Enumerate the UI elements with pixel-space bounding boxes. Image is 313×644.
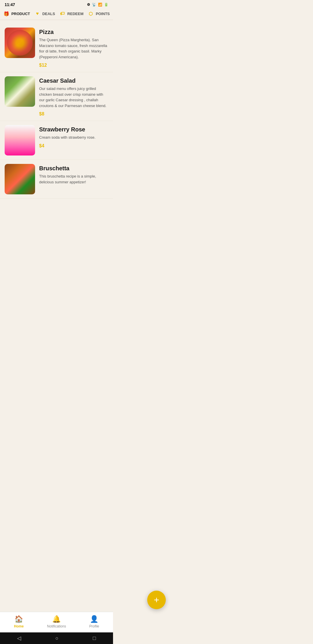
strawberry-rose-price: $4 bbox=[39, 143, 108, 149]
points-icon: ⬡ bbox=[88, 10, 94, 17]
tag-icon: 🏷 bbox=[59, 10, 65, 17]
caesar-salad-name: Caesar Salad bbox=[39, 77, 108, 84]
pizza-name: Pizza bbox=[39, 29, 108, 35]
caesar-salad-image bbox=[5, 76, 35, 107]
strawberry-rose-desc: Cream soda with strawberry rose. bbox=[39, 135, 108, 140]
pizza-desc: The Queen (Pizza Margherita). San Marzan… bbox=[39, 37, 108, 60]
nav-item-points[interactable]: ⬡ POINTS bbox=[88, 10, 110, 17]
menu-item-caesar-salad[interactable]: Caesar Salad Our salad menu offers juicy… bbox=[0, 72, 113, 121]
nav-label-points: POINTS bbox=[96, 12, 110, 16]
status-icons: ⚙ 📡 📶 🔋 bbox=[87, 3, 108, 7]
wifi-icon: 📶 bbox=[98, 3, 102, 7]
strawberry-rose-info: Strawberry Rose Cream soda with strawber… bbox=[39, 125, 108, 149]
menu-list: Pizza The Queen (Pizza Margherita). San … bbox=[0, 20, 113, 202]
pizza-info: Pizza The Queen (Pizza Margherita). San … bbox=[39, 28, 108, 68]
bruschetta-info: Bruschetta This bruschetta recipe is a s… bbox=[39, 164, 108, 188]
heart-icon: ♥ bbox=[34, 10, 41, 17]
pizza-image bbox=[5, 28, 35, 58]
nav-label-product: PRODUCT bbox=[11, 12, 30, 16]
caesar-salad-info: Caesar Salad Our salad menu offers juicy… bbox=[39, 76, 108, 117]
top-nav: 🎁 PRODUCT ♥ DEALS 🏷 REDEEM ⬡ POINTS bbox=[0, 8, 113, 20]
nav-label-deals: DEALS bbox=[42, 12, 55, 16]
strawberry-rose-name: Strawberry Rose bbox=[39, 126, 108, 133]
menu-item-pizza[interactable]: Pizza The Queen (Pizza Margherita). San … bbox=[0, 23, 113, 72]
strawberry-rose-image bbox=[5, 125, 35, 155]
caesar-salad-price: $8 bbox=[39, 111, 108, 117]
bruschetta-name: Bruschetta bbox=[39, 165, 108, 172]
status-time: 11:47 bbox=[5, 2, 15, 7]
bruschetta-desc: This bruschetta recipe is a simple, deli… bbox=[39, 173, 108, 185]
nav-item-deals[interactable]: ♥ DEALS bbox=[34, 10, 55, 17]
settings-icon: ⚙ bbox=[87, 3, 90, 7]
caesar-salad-desc: Our salad menu offers juicy grilled chic… bbox=[39, 86, 108, 108]
battery-icon: 🔋 bbox=[104, 3, 108, 7]
bruschetta-image bbox=[5, 164, 35, 194]
nav-label-redeem: REDEEM bbox=[67, 12, 83, 16]
status-bar: 11:47 ⚙ 📡 📶 🔋 bbox=[0, 0, 113, 8]
nav-item-product[interactable]: 🎁 PRODUCT bbox=[3, 10, 30, 17]
menu-item-strawberry-rose[interactable]: Strawberry Rose Cream soda with strawber… bbox=[0, 121, 113, 160]
pizza-price: $12 bbox=[39, 63, 108, 68]
nav-item-redeem[interactable]: 🏷 REDEEM bbox=[59, 10, 83, 17]
menu-item-bruschetta[interactable]: Bruschetta This bruschetta recipe is a s… bbox=[0, 160, 113, 199]
signal-icon: 📡 bbox=[92, 3, 96, 7]
gift-icon: 🎁 bbox=[3, 10, 10, 17]
